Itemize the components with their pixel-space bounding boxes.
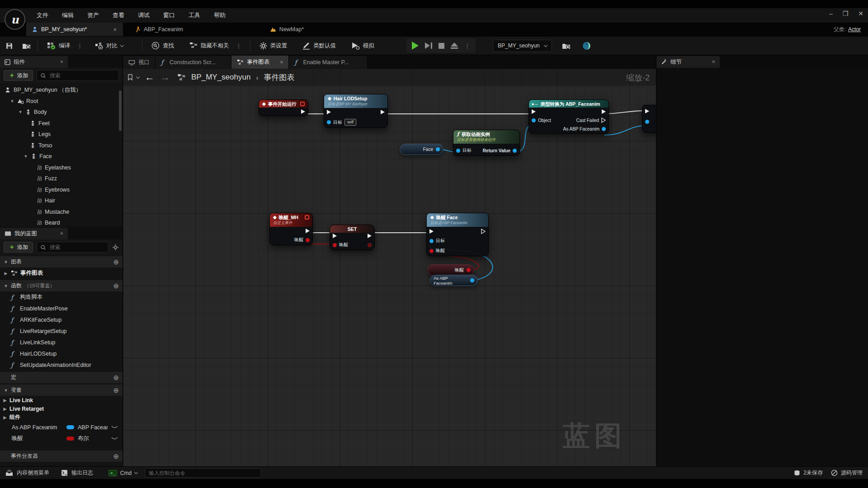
as-abp-faceanim-pin[interactable] — [602, 127, 606, 131]
nav-back-arrow[interactable]: ← — [145, 71, 155, 83]
function-live-link-setup[interactable]: ƒLiveLinkSetup — [0, 337, 123, 348]
function-hair-lod-setup[interactable]: ƒHairLODSetup — [0, 348, 123, 359]
function-construction-script[interactable]: ƒ构造脚本 — [0, 291, 123, 303]
menu-asset[interactable]: 资产 — [80, 8, 106, 23]
exec-in-pin[interactable] — [429, 229, 434, 234]
components-search-input[interactable] — [49, 72, 115, 79]
world-debug-icon[interactable] — [582, 42, 591, 50]
menu-edit[interactable]: 编辑 — [55, 8, 80, 23]
variable-wake[interactable]: 唤醒 布尔 — [0, 433, 123, 444]
exec-out-pin[interactable] — [602, 109, 606, 114]
browse-asset-icon[interactable] — [22, 42, 31, 49]
content-drawer-button[interactable]: 内容侧滑菜单 — [5, 469, 49, 477]
menu-tools[interactable]: 工具 — [182, 8, 207, 23]
components-search[interactable] — [37, 70, 119, 81]
chevron-down-icon[interactable] — [136, 75, 140, 78]
expander-icon[interactable]: ▶ — [4, 271, 8, 276]
exec-out-pin[interactable] — [301, 109, 305, 114]
tree-item-eyebrows[interactable]: Eyebrows — [0, 184, 123, 196]
expander-icon[interactable]: ▼ — [18, 110, 23, 114]
tree-item-self[interactable]: BP_MY_seohyun （自我） — [0, 84, 123, 96]
menu-view[interactable]: 查看 — [106, 8, 131, 23]
function-set-update-animation[interactable]: ƒSetUpdateAnimationInEditor — [0, 359, 123, 371]
output-log-button[interactable]: 输出日志 — [61, 469, 93, 477]
exec-out-pin[interactable] — [306, 229, 310, 233]
hide-options-icon[interactable]: ⋮ — [236, 42, 242, 49]
node-wake-face[interactable]: ◆唤醒 Face 目标是ABP Faceanim 目标 唤醒 — [426, 213, 489, 256]
wake-in-pin[interactable] — [333, 243, 337, 247]
unreal-logo-icon[interactable]: u — [5, 9, 25, 30]
hide-unrelated-button[interactable]: 隐藏不相关 — [187, 42, 231, 50]
exec-in-pin[interactable] — [645, 109, 649, 113]
exec-out-pin[interactable] — [381, 110, 385, 114]
compile-button[interactable]: 编译 — [45, 42, 72, 50]
tree-item-torso[interactable]: Torso — [0, 140, 123, 151]
tree-item-feet[interactable]: Feet — [0, 118, 123, 129]
menu-help[interactable]: 帮助 — [207, 8, 232, 23]
tree-item-mustache[interactable]: Mustache — [0, 206, 123, 218]
node-hair-lod-setup[interactable]: ◆Hair LODSetup 目标是BP MY Seohyun 目标self — [324, 94, 388, 128]
maximize-button[interactable]: ❒ — [843, 10, 849, 17]
wake-out-pin[interactable] — [306, 238, 310, 242]
tab-details[interactable]: 细节× — [656, 56, 720, 68]
tab-event-graph[interactable]: 事件图表 × — [231, 56, 289, 69]
event-graph-canvas[interactable]: ◆事件开始运行 ◆Hair LODSetup 目标是BP MY Seohyun … — [123, 69, 656, 466]
bookmark-icon[interactable] — [127, 74, 133, 80]
menu-window[interactable]: 窗口 — [156, 8, 182, 23]
debug-object-dropdown[interactable]: BP_MY_seohyun — [493, 40, 552, 52]
expander-icon[interactable]: ▶ — [3, 398, 7, 403]
add-component-button[interactable]: ＋添加 — [4, 70, 33, 81]
close-icon[interactable]: × — [712, 59, 715, 65]
node-clipped-right[interactable] — [642, 105, 656, 133]
play-options-icon[interactable]: ⋮ — [464, 42, 470, 49]
function-live-retarget-setup[interactable]: ƒLiveRetargetSetup — [0, 325, 123, 337]
return-value-pin[interactable] — [513, 149, 517, 153]
expander-icon[interactable]: ▶ — [3, 407, 7, 411]
exec-out-pin[interactable] — [481, 229, 486, 234]
event-graph-item[interactable]: ▶ 事件图表 — [0, 267, 123, 279]
section-variables[interactable]: ▼变量⊕ — [0, 385, 123, 396]
cmd-dropdown[interactable]: >_ Cmd — [108, 470, 137, 476]
tab-enable-master-pose[interactable]: ƒ Enable Master P... — [289, 56, 367, 69]
my-blueprint-search[interactable] — [37, 242, 108, 253]
search-settings-gear-icon[interactable] — [112, 244, 119, 251]
breadcrumb-graph[interactable]: 事件图表 — [264, 72, 294, 83]
tab-my-blueprint[interactable]: 我的蓝图× — [0, 228, 68, 239]
add-macro-icon[interactable]: ⊕ — [113, 374, 119, 382]
tab-construction-script[interactable]: ƒ Construction Scr... — [156, 56, 231, 69]
expander-icon[interactable]: ▶ — [3, 415, 7, 420]
add-function-icon[interactable]: ⊕ — [113, 282, 119, 290]
tree-item-fuzz[interactable]: Fuzz — [0, 173, 123, 184]
tab-newmap[interactable]: NewMap* — [264, 23, 335, 36]
function-enable-master-pose[interactable]: ƒEnableMasterPose — [0, 303, 123, 314]
menu-file[interactable]: 文件 — [30, 8, 55, 23]
add-graph-icon[interactable]: ⊕ — [113, 258, 119, 266]
tab-viewport[interactable]: 视口 — [123, 56, 156, 69]
node-wake-mh-event[interactable]: ◆唤醒_MH 自定义事件 唤醒 — [269, 213, 313, 245]
target-pin[interactable] — [327, 120, 331, 124]
eye-closed-icon[interactable] — [111, 437, 118, 441]
console-command-input[interactable] — [145, 468, 261, 478]
tab-close-icon[interactable]: × — [113, 26, 117, 33]
value-out-pin[interactable] — [470, 278, 474, 282]
tree-item-root[interactable]: ▼ Root — [0, 96, 123, 107]
section-functions[interactable]: ▼函数（19可覆盖）⊕ — [0, 280, 123, 291]
wake-in-pin[interactable] — [429, 249, 434, 253]
add-blueprint-item-button[interactable]: ＋添加 — [4, 242, 33, 253]
tab-bp-my-seohyun[interactable]: BP_MY_seohyun* × — [26, 23, 123, 36]
section-macros[interactable]: ▼宏⊕ — [0, 372, 123, 383]
diff-button[interactable]: 对比 — [93, 42, 126, 50]
variable-group-live-link[interactable]: ▶Live Link — [0, 396, 123, 404]
breadcrumb-blueprint[interactable]: BP_MY_seohyun — [191, 73, 250, 82]
play-icon[interactable] — [412, 42, 419, 50]
source-control-button[interactable]: 源码管理 — [831, 469, 863, 477]
section-event-dispatchers[interactable]: ▼事件分发器⊕ — [0, 450, 123, 462]
tree-item-legs[interactable]: Legs — [0, 129, 123, 140]
tab-close-icon[interactable]: × — [280, 59, 283, 66]
target-pin[interactable] — [456, 149, 460, 153]
eject-icon[interactable] — [451, 42, 458, 49]
exec-in-pin[interactable] — [532, 109, 536, 114]
variable-as-abp-faceanim[interactable]: As ABP Faceanim ABP Facear — [0, 422, 123, 433]
add-dispatcher-icon[interactable]: ⊕ — [113, 452, 119, 460]
object-pin[interactable] — [532, 118, 536, 122]
